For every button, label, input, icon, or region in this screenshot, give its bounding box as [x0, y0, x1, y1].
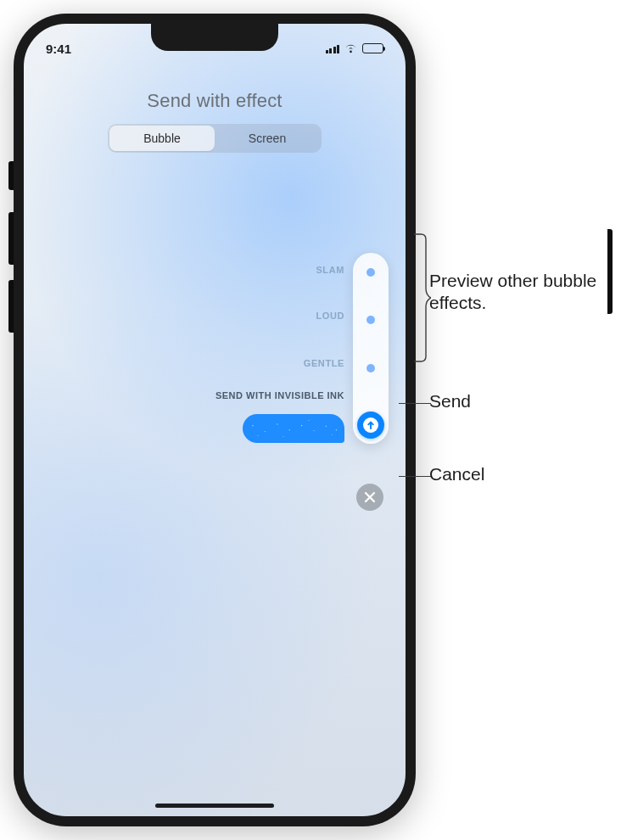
invisible-ink-overlay — [243, 414, 344, 443]
effect-dot-slam[interactable] — [366, 268, 375, 277]
effect-label-loud: LOUD — [316, 311, 344, 321]
battery-icon — [362, 43, 383, 53]
effect-dot-gentle[interactable] — [366, 364, 375, 372]
cancel-button[interactable] — [356, 484, 383, 511]
cellular-signal-icon — [326, 43, 340, 53]
status-time: 9:41 — [46, 42, 71, 56]
tab-bubble[interactable]: Bubble — [109, 126, 215, 151]
effect-selector[interactable]: SLAM LOUD GENTLE SEND WITH INVISIBLE INK — [353, 253, 389, 444]
effect-label-slam: SLAM — [316, 265, 344, 275]
callout-preview-effects: Preview other bubble effects. — [429, 270, 621, 315]
iphone-frame: 9:41 Send with effect Bubble Screen — [14, 14, 416, 826]
send-button[interactable] — [357, 412, 384, 439]
effect-dot-loud[interactable] — [366, 316, 375, 324]
message-bubble-preview — [243, 414, 344, 443]
tab-screen[interactable]: Screen — [215, 126, 320, 151]
status-icons — [326, 43, 384, 53]
callout-leader-send — [399, 403, 431, 404]
effect-label-gentle: GENTLE — [304, 358, 344, 368]
notch — [151, 24, 278, 51]
close-icon — [364, 491, 376, 503]
effect-type-segmented[interactable]: Bubble Screen — [108, 124, 322, 153]
screen: 9:41 Send with effect Bubble Screen — [24, 24, 406, 816]
header-title: Send with effect — [147, 90, 282, 112]
effect-label-invisible-ink: SEND WITH INVISIBLE INK — [215, 390, 344, 400]
callout-bracket — [414, 232, 431, 363]
home-indicator[interactable] — [155, 804, 274, 808]
wifi-icon — [344, 43, 358, 53]
arrow-up-icon — [363, 417, 378, 433]
callout-cancel: Cancel — [429, 463, 484, 485]
callout-send: Send — [429, 390, 471, 412]
callout-leader-cancel — [399, 476, 431, 477]
